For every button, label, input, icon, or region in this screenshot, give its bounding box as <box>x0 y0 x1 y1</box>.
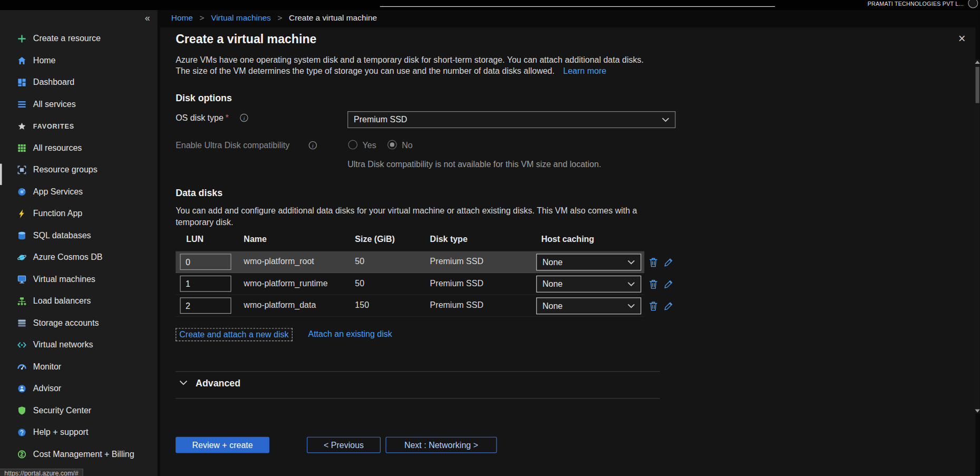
close-icon[interactable]: × <box>958 32 966 44</box>
sidebar-item-dashboard[interactable]: Dashboard <box>0 71 158 93</box>
trash-icon <box>649 279 658 289</box>
function-app-icon <box>16 208 27 219</box>
column-header-host-caching: Host caching <box>541 235 594 244</box>
pencil-icon <box>664 301 673 311</box>
info-icon[interactable]: i <box>240 114 248 122</box>
sidebar-item-label: Cost Management + Billing <box>33 449 134 459</box>
delete-disk-button[interactable] <box>647 300 659 312</box>
advanced-section-toggle[interactable]: Advanced <box>179 377 240 388</box>
breadcrumb-virtual-machines-link[interactable]: Virtual machines <box>211 13 271 23</box>
column-header-disk-type: Disk type <box>430 235 468 244</box>
sidebar-item-label: Load balancers <box>33 296 91 306</box>
host-caching-select[interactable]: None <box>536 297 641 314</box>
sidebar-item-security-center[interactable]: Security Center <box>0 400 158 421</box>
intro-text: The size of the VM determines the type o… <box>176 66 555 76</box>
disk-type-cell: Premium SSD <box>430 300 483 310</box>
trash-icon <box>649 257 658 267</box>
plus-icon <box>16 33 27 44</box>
app-services-icon <box>16 186 27 197</box>
sidebar-item-label: Virtual networks <box>33 340 93 349</box>
sidebar-item-label: SQL databases <box>33 230 91 240</box>
sidebar-item-all-services[interactable]: All services <box>0 93 158 115</box>
ultra-disk-no-label: No <box>402 141 412 150</box>
sidebar-item-advisor[interactable]: Advisor <box>0 377 158 399</box>
scroll-down-arrow-icon[interactable] <box>975 410 979 413</box>
advanced-label: Advanced <box>196 377 240 388</box>
advisor-icon <box>16 383 27 394</box>
host-caching-select[interactable]: None <box>536 276 641 293</box>
lun-input[interactable] <box>180 297 231 314</box>
ultra-disk-yes-label: Yes <box>363 141 376 150</box>
sidebar-item-azure-cosmos-db[interactable]: Azure Cosmos DB <box>0 246 158 268</box>
sidebar-item-create-a-resource[interactable]: Create a resource <box>0 27 158 49</box>
edit-disk-button[interactable] <box>663 256 675 268</box>
divider <box>176 398 660 399</box>
sidebar-item-function-app[interactable]: Function App <box>0 202 158 224</box>
info-icon[interactable]: i <box>309 141 317 149</box>
sidebar-item-virtual-machines[interactable]: Virtual machines <box>0 268 158 290</box>
sidebar-item-resource-groups[interactable]: Resource groups <box>0 159 158 180</box>
list-icon <box>16 99 27 109</box>
vertical-scrollbar[interactable] <box>974 60 980 414</box>
load-balancer-icon <box>16 296 27 306</box>
delete-disk-button[interactable] <box>647 256 659 268</box>
sidebar-item-label: Storage accounts <box>33 318 99 327</box>
column-header-name: Name <box>244 235 267 244</box>
top-bar: PRAMATI TECHNOLOGIES PVT L... <box>0 0 980 10</box>
chevron-down-icon <box>627 260 635 265</box>
previous-button[interactable]: < Previous <box>307 437 381 453</box>
table-row[interactable]: wmo-platform_root 50 Premium SSD None <box>176 251 644 273</box>
avatar[interactable] <box>968 0 978 8</box>
scrollbar-thumb[interactable] <box>975 67 979 103</box>
data-disks-description-line2: temporary disk. <box>176 218 233 227</box>
disk-options-heading: Disk options <box>176 92 232 103</box>
breadcrumb-separator: > <box>277 13 282 23</box>
os-disk-type-value: Premium SSD <box>354 115 407 124</box>
storage-icon <box>16 317 27 328</box>
sidebar-item-sql-databases[interactable]: SQL databases <box>0 225 158 246</box>
sidebar-item-home[interactable]: Home <box>0 50 158 71</box>
lun-input[interactable] <box>180 276 231 292</box>
data-disks-description-line1: You can add and configure additional dat… <box>176 206 637 216</box>
sidebar-item-label: Security Center <box>33 405 91 415</box>
column-header-lun: LUN <box>186 235 203 244</box>
review-create-button[interactable]: Review + create <box>176 437 269 453</box>
edit-disk-button[interactable] <box>663 278 675 290</box>
sidebar-item-label: All resources <box>33 143 82 152</box>
breadcrumb: Home > Virtual machines > Create a virtu… <box>171 13 377 23</box>
breadcrumb-home-link[interactable]: Home <box>171 13 193 23</box>
next-networking-button[interactable]: Next : Networking > <box>385 437 497 453</box>
learn-more-link[interactable]: Learn more <box>563 66 606 76</box>
os-disk-type-select[interactable]: Premium SSD <box>347 111 675 128</box>
sidebar-item-app-services[interactable]: App Services <box>0 181 158 202</box>
host-caching-select[interactable]: None <box>536 254 641 270</box>
monitor-icon <box>16 361 27 372</box>
sidebar-item-label: Function App <box>33 209 82 218</box>
create-and-attach-disk-link[interactable]: Create and attach a new disk <box>176 328 293 341</box>
disk-name-cell: wmo-platform_root <box>244 257 314 266</box>
sidebar-item-storage-accounts[interactable]: Storage accounts <box>0 312 158 334</box>
delete-disk-button[interactable] <box>647 278 659 290</box>
sidebar-item-label: App Services <box>33 187 83 196</box>
scroll-up-arrow-icon[interactable] <box>975 61 979 64</box>
sidebar-item-help-support[interactable]: Help + support <box>0 421 158 443</box>
chevron-down-icon <box>627 304 635 308</box>
cosmos-db-icon <box>16 252 27 263</box>
lun-input[interactable] <box>180 254 231 270</box>
sidebar-item-all-resources[interactable]: All resources <box>0 137 158 159</box>
page-title: Create a virtual machine <box>176 32 316 46</box>
edit-disk-button[interactable] <box>663 300 675 312</box>
sidebar-collapse-button[interactable]: « <box>145 13 150 23</box>
disk-size-cell: 50 <box>355 279 364 288</box>
attach-existing-disk-link[interactable]: Attach an existing disk <box>308 329 392 339</box>
sidebar-item-load-balancers[interactable]: Load balancers <box>0 290 158 312</box>
sidebar-item-monitor[interactable]: Monitor <box>0 356 158 377</box>
sidebar-nav: Create a resource Home Dashboard All ser… <box>0 27 158 465</box>
sidebar-item-label: Create a resource <box>33 34 101 43</box>
sidebar-item-virtual-networks[interactable]: Virtual networks <box>0 334 158 355</box>
sidebar-item-cost-management-billing[interactable]: Cost Management + Billing <box>0 443 158 465</box>
table-row[interactable]: wmo-platform_data 150 Premium SSD None <box>176 295 644 317</box>
table-row[interactable]: wmo-platform_runtime 50 Premium SSD None <box>176 273 644 295</box>
global-search-bar[interactable] <box>380 6 775 7</box>
required-marker: * <box>225 113 228 123</box>
